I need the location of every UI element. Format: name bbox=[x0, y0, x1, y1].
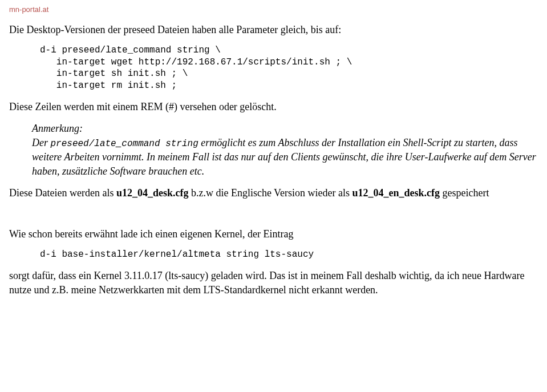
filenames-b2: u12_04_en_desk.cfg bbox=[352, 187, 440, 199]
filenames-t3: gespeichert bbox=[440, 187, 489, 199]
filenames-t1: Diese Dateien werden als bbox=[9, 187, 116, 199]
code-block-kernel: d-i base-installer/kernel/altmeta string… bbox=[40, 249, 538, 261]
paragraph-filenames: Diese Dateien werden als u12_04_desk.cfg… bbox=[9, 186, 538, 200]
filenames-b1: u12_04_desk.cfg bbox=[116, 187, 189, 199]
note-code: preseed/late_command string bbox=[51, 139, 198, 149]
note-title: Anmerkung: bbox=[32, 123, 83, 134]
paragraph-rem: Diese Zeilen werden mit einem REM (#) ve… bbox=[9, 100, 538, 114]
paragraph-intro: Die Desktop-Versionen der preseed Dateie… bbox=[9, 23, 538, 37]
note-pre: Der bbox=[32, 137, 51, 148]
site-header: mn-portal.at bbox=[9, 5, 538, 15]
paragraph-kernel-intro: Wie schon bereits erwähnt lade ich einen… bbox=[9, 227, 538, 241]
paragraph-kernel-reason: sorgt dafür, dass ein Kernel 3.11.0.17 (… bbox=[9, 269, 538, 297]
code-block-late-command: d-i preseed/late_command string \ in-tar… bbox=[40, 45, 538, 92]
filenames-t2: b.z.w die Englische Version wieder als bbox=[188, 187, 352, 199]
note-block: Anmerkung: Der preseed/late_command stri… bbox=[32, 122, 538, 177]
